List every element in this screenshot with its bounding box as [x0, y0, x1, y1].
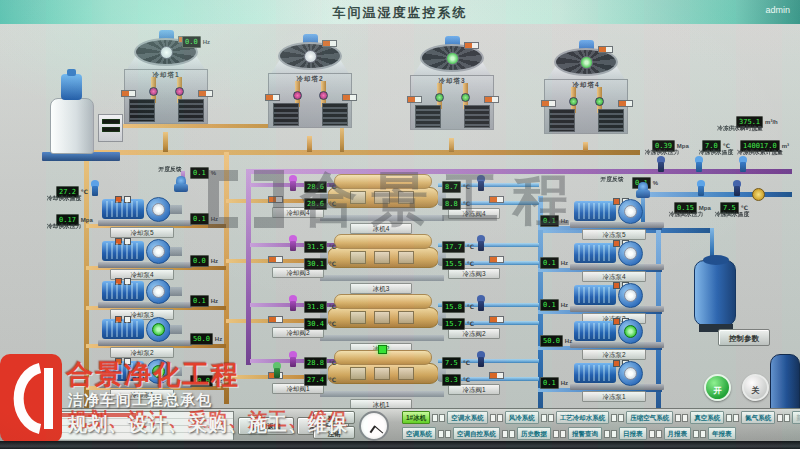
nav-air-cooled[interactable]: 风冷系统	[505, 411, 539, 424]
valve-icon[interactable]	[595, 97, 604, 106]
cooling-tower-4[interactable]: 冷却塔4	[538, 46, 634, 138]
sensor-icon[interactable]	[656, 156, 666, 173]
alarm-table[interactable]: 1 2 3 4	[2, 411, 234, 440]
login-button[interactable]: 登录	[313, 411, 355, 424]
cooling-tower-3[interactable]: 冷却塔3	[404, 42, 500, 134]
chiller-4[interactable]: 28.6℃ 28.6℃ 8.7℃ 8.8℃ 冰机4 冷却阀4 冷冻阀4	[248, 174, 504, 236]
pressure-sensor-icon[interactable]	[288, 295, 298, 312]
pump-cooling-5[interactable]: 0.1Hz 冷却泵5	[94, 196, 216, 232]
pump-impeller-icon	[146, 359, 171, 384]
nav-daily-report[interactable]: 日报表	[619, 427, 647, 440]
pipe-tower1-drop	[163, 132, 168, 152]
nav-yearly-report[interactable]: 年报表	[708, 427, 736, 440]
monitor-photo: 车间温湿度监控系统 admin	[0, 0, 800, 449]
pressure-sensor-icon[interactable]	[288, 351, 298, 368]
nav-process-cooling[interactable]: 工艺冷却水系统	[556, 411, 610, 424]
nav-chiller1[interactable]: 1#冰机	[402, 411, 430, 424]
valve-icon[interactable]	[293, 91, 302, 100]
tower-label: 冷却塔3	[411, 77, 493, 86]
pump-base	[570, 222, 664, 228]
pump-base	[570, 342, 664, 348]
temperature-sensor-icon[interactable]	[90, 180, 100, 197]
valve-icon[interactable]	[435, 93, 444, 102]
valve-icon[interactable]	[319, 91, 328, 100]
valve-icon[interactable]	[752, 188, 765, 201]
nav-vacuum[interactable]: 真空系统	[690, 411, 724, 424]
pipe-chilled-supply	[640, 192, 792, 197]
pump-base	[570, 306, 664, 312]
tower-label: 冷却塔2	[269, 75, 351, 84]
chw-out-temp: 7.5℃	[442, 353, 470, 371]
pressure-sensor-icon[interactable]	[288, 175, 298, 192]
chw-in-temp: 8.3℃	[442, 370, 470, 388]
auto-manual-indicator	[618, 100, 633, 107]
alarm-row[interactable]: 3	[3, 426, 233, 433]
pump-cooling-4[interactable]: 0.0Hz 冷却泵4	[94, 238, 216, 274]
nav-hvac-auto[interactable]: 空调自控系统	[453, 427, 500, 440]
nav-monthly-report[interactable]: 月报表	[664, 427, 692, 440]
tower-label: 冷却塔4	[545, 81, 627, 90]
pump-impeller-icon	[618, 319, 643, 344]
nav-alarm-query[interactable]: 报警查询	[568, 427, 602, 440]
pump-cooling-3[interactable]: 0.1Hz 冷却泵3	[94, 278, 216, 314]
pump-base	[570, 384, 664, 390]
flow-sensor-icon[interactable]	[272, 362, 282, 379]
pump-chilled-5[interactable]: 0.1Hz 冷冻泵5	[540, 198, 662, 234]
pump-chilled-1[interactable]: 0.1Hz 冷冻泵1	[540, 360, 662, 396]
valve-icon[interactable]	[461, 93, 470, 102]
sensor-icon[interactable]	[738, 156, 748, 173]
pressure-sensor-icon[interactable]	[288, 235, 298, 252]
pump-chilled-3[interactable]: 0.1Hz 冷冻泵3	[540, 282, 662, 318]
sensor-icon[interactable]	[694, 156, 704, 173]
pressure-sensor-icon[interactable]	[476, 351, 486, 368]
tower-body: 冷却塔3	[410, 75, 494, 130]
nav-fresh-air[interactable]: 新风系统	[792, 411, 800, 424]
valve-actuator-icon[interactable]	[636, 182, 650, 199]
stop-button[interactable]: 关机	[742, 374, 769, 401]
status-leds	[693, 430, 706, 438]
dosing-tank[interactable]	[40, 68, 130, 164]
chiller-3[interactable]: 31.5℃ 30.1℃ 17.7℃ 15.5℃ 冰机3 冷却阀3 冷冻阀3	[248, 234, 504, 296]
nav-ahu-water[interactable]: 空调水系统	[447, 411, 488, 424]
run-indicator	[378, 345, 387, 354]
sensor-icon[interactable]	[732, 180, 742, 197]
confirm-button[interactable]: 确认/返回	[238, 417, 294, 435]
nav-nitrogen[interactable]: 氮气系统	[741, 411, 775, 424]
pressure-sensor-icon[interactable]	[476, 295, 486, 312]
nav-history[interactable]: 历史数据	[517, 427, 551, 440]
nav-compressed-air[interactable]: 压缩空气系统	[626, 411, 673, 424]
valve-actuator-icon[interactable]	[174, 176, 188, 193]
cw-out-temp: 30.1℃	[304, 254, 336, 272]
alarm-row[interactable]: 2	[3, 419, 233, 426]
pump-chilled-4[interactable]: 0.1Hz 冷冻泵4	[540, 240, 662, 276]
valve-icon[interactable]	[569, 97, 578, 106]
pump-motor-icon	[574, 321, 616, 341]
sensor-icon[interactable]	[696, 180, 706, 197]
page-title: 车间温湿度监控系统	[0, 4, 800, 22]
start-button[interactable]: 开机	[704, 374, 731, 401]
pump-base	[98, 302, 192, 308]
pressure-sensor-icon[interactable]	[476, 175, 486, 192]
logout-button[interactable]: 注销	[313, 426, 355, 439]
alarm-row[interactable]: 4	[3, 433, 233, 440]
logged-in-user[interactable]: admin	[765, 5, 790, 15]
pump-motor-icon	[102, 241, 144, 261]
cooling-supply-pressure-label: 冷却供水压力	[47, 222, 81, 231]
cooling-tower-2[interactable]: 冷却塔2	[262, 40, 358, 132]
valve-icon[interactable]	[149, 87, 158, 96]
dosing-controller	[98, 114, 123, 142]
alarm-row[interactable]: 1	[3, 412, 233, 419]
control-params-button[interactable]: 控制参数	[718, 329, 770, 346]
chiller-base	[320, 335, 444, 341]
pressure-sensor-icon[interactable]	[476, 235, 486, 252]
chiller-1[interactable]: 28.8℃ 27.4℃ 7.5℃ 8.3℃ 冰机1 冷却阀1 冷冻阀1	[248, 350, 504, 412]
pump-speed-display: 0.1Hz	[540, 253, 568, 271]
chiller-2[interactable]: 31.8℃ 30.4℃ 15.8℃ 15.7℃ 冰机2 冷却阀2 冷冻阀2	[248, 294, 504, 356]
nav-hvac[interactable]: 空调系统	[402, 427, 436, 440]
valve-icon[interactable]	[175, 87, 184, 96]
bottom-toolbar: 1 2 3 4 确认/返回 系统画面 登录 注销 1#冰机 空调水系统 风冷系统…	[0, 408, 800, 442]
pump-cooling-1[interactable]: 50.0Hz 冷却泵1	[94, 358, 216, 394]
pump-chilled-2[interactable]: 50.0Hz 冷冻泵2	[540, 318, 662, 354]
pump-cooling-2[interactable]: 50.0Hz 冷却泵2	[94, 316, 216, 352]
chilled-return-pressure-label: 冷冻回水压力	[669, 210, 703, 219]
